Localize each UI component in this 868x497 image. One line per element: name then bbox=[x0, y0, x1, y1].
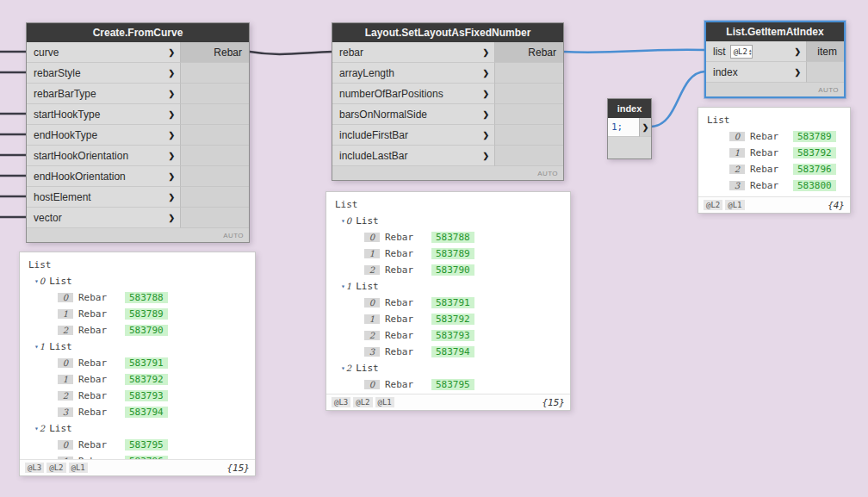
input-port-includelastbar[interactable]: includeLastBar ❯ bbox=[332, 146, 494, 166]
collapse-icon[interactable]: ▾ bbox=[34, 425, 39, 432]
node-title[interactable]: List.GetItemAtIndex bbox=[706, 22, 844, 41]
list-group-header: ▾1List bbox=[333, 278, 563, 295]
list-item: 1Rebar583792 bbox=[705, 145, 843, 161]
chevron-right-icon: ❯ bbox=[168, 214, 175, 222]
level-badge[interactable]: @L1 bbox=[69, 463, 88, 473]
level-badge[interactable]: @L1 bbox=[375, 397, 394, 407]
list-item: 0Rebar583795 bbox=[333, 376, 563, 393]
lacing-label: AUTO bbox=[818, 86, 839, 94]
wire-rebar-to-layout[interactable] bbox=[250, 52, 332, 54]
list-item: 2Rebar583793 bbox=[27, 388, 248, 404]
preview-footer[interactable]: @L2 @L1 {4} bbox=[698, 196, 850, 213]
chevron-right-icon: ❯ bbox=[794, 68, 801, 77]
output-port[interactable]: ❯ bbox=[639, 118, 651, 137]
input-port-includefirstbar[interactable]: includeFirstBar ❯ bbox=[332, 125, 494, 146]
level-badge[interactable]: @L2 bbox=[353, 397, 372, 407]
list-item: 1Rebar583789 bbox=[333, 245, 563, 262]
input-port-list[interactable]: list @L2 ▴ ▾ ❯ bbox=[706, 41, 806, 62]
input-port-rebarstyle[interactable]: rebarStyle ❯ bbox=[27, 63, 180, 84]
input-port-starthookorientation[interactable]: startHookOrientation ❯ bbox=[27, 146, 180, 166]
lacing-strip[interactable]: AUTO bbox=[332, 166, 563, 180]
input-port-starthooktype[interactable]: startHookType ❯ bbox=[27, 104, 180, 125]
output-port-rebar[interactable]: Rebar bbox=[180, 42, 249, 63]
chevron-right-icon: ❯ bbox=[482, 110, 489, 119]
collapse-icon[interactable]: ▾ bbox=[341, 217, 345, 225]
level-badge[interactable]: @L2 bbox=[704, 200, 722, 210]
chevron-right-icon: ❯ bbox=[482, 152, 489, 160]
input-port-barsonnormalside[interactable]: barsOnNormalSide ❯ bbox=[332, 104, 494, 125]
list-group-header: ▾2List bbox=[333, 360, 563, 376]
preview-footer[interactable]: @L3 @L2 @L1 {15} bbox=[326, 394, 570, 410]
lacing-label: AUTO bbox=[537, 170, 558, 177]
collapse-icon[interactable]: ▾ bbox=[341, 364, 345, 372]
collapse-icon[interactable]: ▾ bbox=[341, 283, 345, 290]
list-group-header: ▾2List bbox=[27, 420, 248, 437]
preview-list[interactable]: List ▾0List 0Rebar583788 1Rebar583789 2R… bbox=[20, 252, 255, 459]
node-body-filler bbox=[180, 146, 249, 166]
output-port-item[interactable]: item bbox=[806, 41, 844, 62]
node-code-block-index[interactable]: index 1; ❯ bbox=[607, 98, 652, 159]
chevron-right-icon: ❯ bbox=[482, 131, 489, 140]
wire-rebar-to-list[interactable] bbox=[563, 50, 705, 53]
node-title[interactable]: Create.FromCurve bbox=[27, 23, 249, 42]
list-item: 2Rebar583793 bbox=[333, 327, 563, 344]
input-port-rebar[interactable]: rebar ❯ bbox=[332, 42, 494, 63]
input-port-curve[interactable]: curve ❯ bbox=[27, 42, 180, 63]
chevron-right-icon: ❯ bbox=[642, 123, 649, 132]
node-getitematindex[interactable]: List.GetItemAtIndex list @L2 ▴ ▾ ❯ item … bbox=[704, 21, 846, 98]
list-item: 3Rebar583794 bbox=[27, 404, 248, 420]
chevron-right-icon: ❯ bbox=[168, 193, 175, 202]
chevron-right-icon: ❯ bbox=[168, 69, 175, 78]
collapse-icon[interactable]: ▾ bbox=[34, 277, 39, 285]
data-preview-getitematindex[interactable]: List 0Rebar583789 1Rebar583792 2Rebar583… bbox=[698, 107, 851, 214]
list-item: 0Rebar583795 bbox=[27, 437, 248, 453]
data-preview-setlayout[interactable]: List ▾0List 0Rebar583788 1Rebar583789 2R… bbox=[326, 191, 571, 411]
level-badge[interactable]: @L1 bbox=[725, 200, 744, 210]
preview-footer[interactable]: @L3 @L2 @L1 {15} bbox=[20, 459, 255, 475]
lacing-strip[interactable]: AUTO bbox=[27, 228, 249, 242]
input-port-arraylength[interactable]: arrayLength ❯ bbox=[332, 63, 494, 84]
preview-list[interactable]: List ▾0List 0Rebar583788 1Rebar583789 2R… bbox=[326, 192, 570, 394]
input-port-numberofbarpositions[interactable]: numberOfBarPositions ❯ bbox=[332, 84, 494, 104]
output-port-rebar[interactable]: Rebar bbox=[494, 42, 563, 63]
collapse-icon[interactable]: ▾ bbox=[34, 343, 39, 351]
dynamo-canvas[interactable]: Create.FromCurve curve ❯ Rebar rebarStyl… bbox=[0, 0, 868, 497]
input-port-index[interactable]: index ❯ bbox=[706, 62, 806, 83]
node-body-filler bbox=[494, 63, 563, 84]
node-body-filler bbox=[494, 84, 563, 104]
input-port-rebarbartype[interactable]: rebarBarType ❯ bbox=[27, 84, 180, 104]
data-preview-createfromcurve[interactable]: List ▾0List 0Rebar583788 1Rebar583789 2R… bbox=[19, 252, 256, 476]
lacing-label: AUTO bbox=[223, 232, 244, 239]
list-root-label: List bbox=[27, 257, 248, 273]
node-body-filler bbox=[180, 63, 249, 84]
chevron-right-icon: ❯ bbox=[168, 110, 175, 119]
input-port-endhooktype[interactable]: endHookType ❯ bbox=[27, 125, 180, 146]
spinner-down-icon[interactable]: ▾ bbox=[749, 52, 752, 55]
level-badge[interactable]: @L3 bbox=[332, 397, 350, 407]
node-create-fromcurve[interactable]: Create.FromCurve curve ❯ Rebar rebarStyl… bbox=[26, 22, 250, 243]
node-setlayout-fixednumber[interactable]: Layout.SetLayoutAsFixedNumber rebar ❯ Re… bbox=[332, 22, 564, 181]
list-item: 3Rebar583800 bbox=[705, 177, 843, 194]
list-item: 3Rebar583794 bbox=[333, 344, 563, 360]
node-body-filler bbox=[494, 104, 563, 125]
input-port-endhookorientation[interactable]: endHookOrientation ❯ bbox=[27, 166, 180, 187]
level-spinner[interactable]: ▴ ▾ bbox=[749, 48, 752, 55]
list-item: 1Rebar583792 bbox=[27, 371, 248, 388]
input-port-hostelement[interactable]: hostElement ❯ bbox=[27, 187, 180, 208]
level-badge[interactable]: @L3 bbox=[25, 463, 44, 473]
list-item: 0Rebar583788 bbox=[333, 229, 563, 245]
list-item: 2Rebar583790 bbox=[27, 322, 248, 339]
node-title[interactable]: index bbox=[608, 99, 651, 118]
input-port-vector[interactable]: vector ❯ bbox=[27, 208, 180, 228]
node-body-filler bbox=[180, 166, 249, 187]
preview-list[interactable]: List 0Rebar583789 1Rebar583792 2Rebar583… bbox=[698, 108, 850, 196]
code-block-expression[interactable]: 1; bbox=[608, 118, 639, 137]
node-body-filler bbox=[806, 62, 844, 83]
list-level-selector[interactable]: @L2 ▴ ▾ bbox=[730, 45, 753, 59]
list-item: 0Rebar583788 bbox=[27, 289, 248, 306]
node-body-filler bbox=[608, 137, 651, 158]
lacing-strip[interactable]: AUTO bbox=[706, 83, 844, 96]
level-badge[interactable]: @L2 bbox=[46, 463, 65, 473]
node-title[interactable]: Layout.SetLayoutAsFixedNumber bbox=[332, 23, 563, 42]
list-item: 2Rebar583790 bbox=[333, 262, 563, 278]
